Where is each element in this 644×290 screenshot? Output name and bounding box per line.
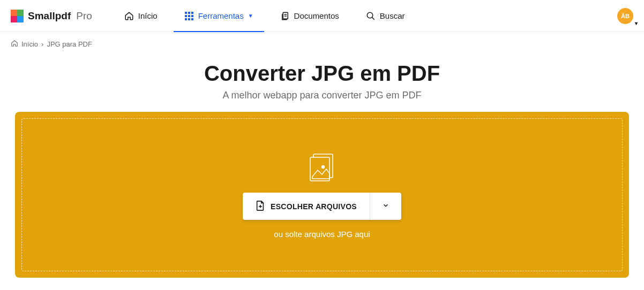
grid-icon [184, 11, 194, 21]
nav-documents[interactable]: Documentos [269, 0, 350, 32]
breadcrumb-home[interactable]: Início [21, 40, 38, 48]
nav-search[interactable]: Buscar [355, 0, 416, 32]
nav-home-label: Início [138, 11, 158, 20]
dropzone-inner: ESCOLHER ARQUIVOS ou solte arquivos JPG … [21, 118, 623, 271]
choose-files-dropdown[interactable] [370, 193, 401, 220]
documents-icon [280, 11, 290, 21]
brand-name: Smallpdf [28, 10, 71, 22]
file-add-icon [256, 200, 265, 212]
nav-documents-label: Documentos [294, 11, 339, 20]
search-icon [366, 11, 376, 21]
svg-point-4 [322, 166, 325, 169]
page-title: Converter JPG em PDF [11, 62, 633, 86]
app-header: Smallpdf Pro Início Ferramentas ▼ [0, 0, 644, 32]
brand-logo[interactable]: Smallpdf Pro [11, 10, 92, 22]
home-icon [124, 11, 134, 21]
avatar-initials: ÄB [621, 13, 630, 19]
dropzone-container: ESCOLHER ARQUIVOS ou solte arquivos JPG … [0, 112, 644, 278]
nav-tools-label: Ferramentas [198, 11, 244, 20]
image-stack-icon [306, 151, 338, 183]
choose-files-group: ESCOLHER ARQUIVOS [243, 193, 401, 220]
breadcrumb: Início › JPG para PDF [0, 32, 644, 56]
main-nav: Início Ferramentas ▼ Documentos [114, 0, 416, 32]
home-icon [11, 40, 18, 49]
choose-files-button[interactable]: ESCOLHER ARQUIVOS [243, 193, 370, 220]
nav-home[interactable]: Início [114, 0, 168, 32]
drop-hint: ou solte arquivos JPG aqui [274, 230, 370, 239]
breadcrumb-separator: › [41, 40, 43, 48]
file-dropzone[interactable]: ESCOLHER ARQUIVOS ou solte arquivos JPG … [15, 112, 629, 278]
chevron-down-icon: ▼ [248, 13, 253, 19]
nav-tools[interactable]: Ferramentas ▼ [174, 0, 264, 32]
svg-point-1 [367, 12, 373, 18]
choose-files-label: ESCOLHER ARQUIVOS [271, 202, 357, 211]
chevron-down-icon [382, 202, 390, 211]
hero-section: Converter JPG em PDF A melhor webapp par… [0, 56, 644, 112]
breadcrumb-current: JPG para PDF [47, 40, 92, 48]
page-subtitle: A melhor webapp para converter JPG em PD… [11, 90, 633, 101]
user-avatar[interactable]: ÄB [617, 8, 633, 24]
nav-search-label: Buscar [380, 11, 405, 20]
logo-icon [11, 10, 24, 22]
brand-suffix: Pro [76, 10, 92, 22]
